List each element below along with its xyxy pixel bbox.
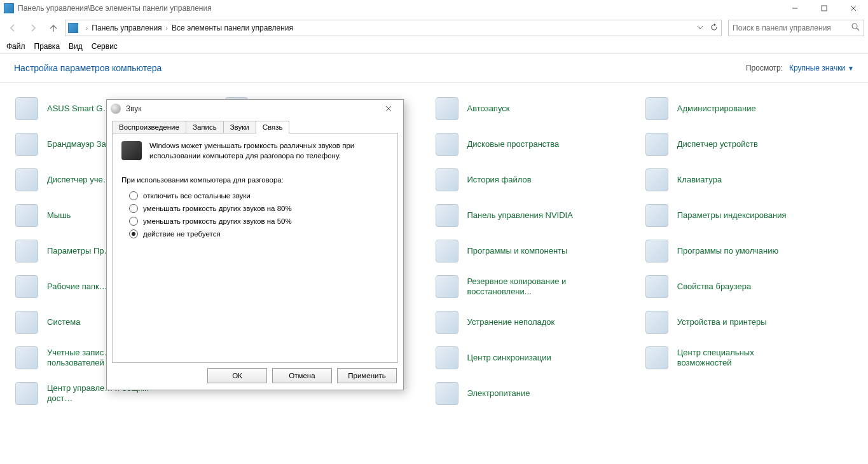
window-title: Панель управления\Все элементы панели уп…	[18, 4, 780, 13]
radio-mute-all[interactable]: отключить все остальные звуки	[129, 191, 389, 200]
applet-icon	[645, 240, 668, 263]
menubar: Файл Правка Вид Сервис	[0, 39, 868, 54]
up-button[interactable]	[45, 19, 62, 37]
applet-icon	[436, 133, 458, 156]
control-panel-item[interactable]: Свойства браузера	[644, 273, 854, 300]
apply-button[interactable]: Применить	[337, 368, 397, 383]
applet-label: Параметры индексирования	[677, 210, 787, 221]
menu-view[interactable]: Вид	[69, 42, 83, 51]
close-button[interactable]	[839, 0, 868, 17]
control-panel-item[interactable]: История файлов	[434, 167, 644, 193]
chevron-right-icon[interactable]: ›	[86, 25, 88, 32]
applet-icon	[436, 168, 458, 191]
chevron-right-icon[interactable]: ›	[166, 25, 168, 32]
dialog-title: Звук	[126, 104, 378, 113]
applet-label: Автозапуск	[467, 104, 510, 114]
control-panel-item[interactable]: Диспетчер устройств	[644, 131, 854, 158]
radio-icon	[129, 204, 138, 213]
breadcrumb-bar[interactable]: › Панель управления › Все элементы панел…	[65, 20, 722, 36]
applet-icon	[436, 346, 458, 369]
applet-label: Программы по умолчанию	[677, 246, 778, 256]
control-panel-item[interactable]: Центр специальных возможностей	[644, 345, 854, 371]
applet-icon	[15, 168, 38, 191]
applet-label: Устранение неполадок	[467, 317, 555, 327]
applet-icon	[436, 275, 458, 298]
control-panel-item[interactable]: Центр синхронизации	[434, 345, 644, 371]
window-titlebar: Панель управления\Все элементы панели уп…	[0, 0, 868, 17]
svg-point-4	[852, 24, 857, 29]
minimize-button[interactable]	[780, 0, 809, 17]
radio-no-action[interactable]: действие не требуется	[129, 229, 389, 238]
control-panel-item[interactable]: Дисковые пространства	[434, 131, 644, 158]
history-dropdown[interactable]	[694, 22, 706, 33]
dialog-close-button[interactable]	[378, 104, 399, 114]
view-selector[interactable]: Крупные значки▼	[789, 64, 854, 72]
refresh-button[interactable]	[708, 22, 720, 33]
search-input[interactable]: Поиск в панели управления	[728, 20, 864, 36]
dialog-description: Windows может уменьшать громкость различ…	[149, 141, 389, 161]
control-panel-item[interactable]: Администрирование	[644, 95, 854, 122]
control-panel-item[interactable]: Устройства и принтеры	[644, 309, 854, 336]
applet-icon	[436, 240, 458, 263]
applet-icon	[15, 275, 38, 298]
radio-icon	[129, 191, 138, 200]
applet-label: Клавиатура	[677, 175, 722, 185]
control-panel-item[interactable]: Программы и компоненты	[434, 238, 644, 264]
applet-label: Параметры Пр…	[47, 246, 112, 256]
maximize-button[interactable]	[809, 0, 839, 17]
control-panel-item[interactable]: Программы по умолчанию	[644, 238, 854, 264]
applet-label: ASUS Smart G…	[47, 104, 111, 114]
svg-line-5	[857, 28, 859, 31]
svg-rect-1	[822, 6, 827, 11]
applet-icon	[15, 346, 38, 369]
tab-communications[interactable]: Связь	[256, 121, 290, 133]
control-panel-item[interactable]: Электропитание	[434, 380, 644, 407]
tab-playback[interactable]: Воспроизведение	[112, 121, 186, 133]
dialog-button-row: ОК Отмена Применить	[107, 368, 403, 390]
radio-reduce-80[interactable]: уменьшать громкость других звуков на 80%	[129, 204, 389, 213]
control-panel-item[interactable]: Параметры индексирования	[644, 202, 854, 229]
breadcrumb-part[interactable]: Все элементы панели управления	[172, 24, 293, 32]
phone-icon	[121, 141, 142, 160]
sound-icon	[111, 104, 121, 114]
applet-label: История файлов	[467, 175, 532, 185]
chevron-down-icon: ▼	[848, 65, 854, 72]
menu-service[interactable]: Сервис	[92, 42, 118, 51]
search-icon[interactable]	[851, 23, 860, 33]
applet-icon	[645, 204, 668, 227]
nav-row: › Панель управления › Все элементы панел…	[0, 17, 868, 39]
forward-button[interactable]	[24, 19, 42, 37]
applet-label: Мышь	[47, 210, 71, 221]
applet-label: Диспетчер устройств	[677, 139, 758, 149]
control-panel-item[interactable]: Автозапуск	[434, 95, 644, 122]
applet-label: Свойства браузера	[677, 282, 751, 292]
control-panel-item[interactable]: Резервное копирование и восстановлени...	[434, 273, 644, 300]
dialog-titlebar[interactable]: Звук	[107, 100, 403, 118]
applet-label: Рабочие папк…	[47, 282, 107, 292]
control-panel-item[interactable]: Панель управления NVIDIA	[434, 202, 644, 229]
control-panel-item[interactable]: Устранение неполадок	[434, 309, 644, 336]
breadcrumb-part[interactable]: Панель управления	[92, 24, 162, 32]
back-button[interactable]	[4, 19, 22, 37]
applet-label: Панель управления NVIDIA	[467, 210, 573, 221]
cancel-button[interactable]: Отмена	[272, 368, 332, 383]
applet-icon	[15, 311, 38, 334]
menu-edit[interactable]: Правка	[34, 42, 60, 51]
applet-icon	[645, 346, 668, 369]
tab-sounds[interactable]: Звуки	[223, 121, 256, 133]
radio-reduce-50[interactable]: уменьшать громкость других звуков на 50%	[129, 217, 389, 226]
applet-label: Программы и компоненты	[467, 246, 568, 256]
radio-icon-selected	[129, 229, 138, 238]
ok-button[interactable]: ОК	[207, 368, 267, 383]
applet-icon	[15, 382, 38, 405]
sound-dialog: Звук Воспроизведение Запись Звуки Связь …	[106, 99, 404, 390]
applet-icon	[15, 240, 38, 263]
dialog-body: Windows может уменьшать громкость различ…	[112, 133, 398, 363]
applet-icon	[645, 311, 668, 334]
control-panel-item[interactable]: Клавиатура	[644, 167, 854, 193]
applet-label: Дисковые пространства	[467, 139, 560, 149]
applet-icon	[436, 311, 458, 334]
tab-record[interactable]: Запись	[186, 121, 224, 133]
applet-icon	[15, 133, 38, 156]
menu-file[interactable]: Файл	[6, 42, 25, 51]
